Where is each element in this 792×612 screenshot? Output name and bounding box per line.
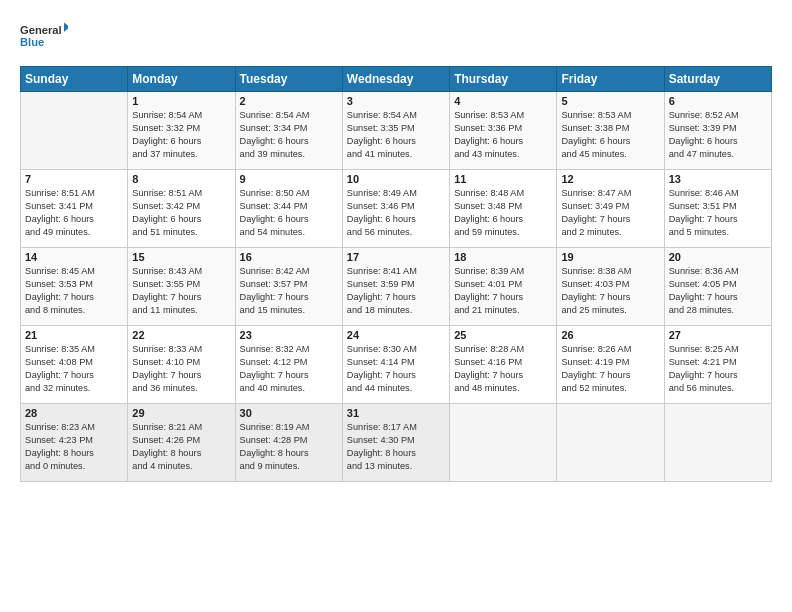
day-info: Sunrise: 8:47 AM Sunset: 3:49 PM Dayligh… — [561, 187, 659, 239]
calendar-cell: 23Sunrise: 8:32 AM Sunset: 4:12 PM Dayli… — [235, 326, 342, 404]
day-info: Sunrise: 8:19 AM Sunset: 4:28 PM Dayligh… — [240, 421, 338, 473]
day-info: Sunrise: 8:48 AM Sunset: 3:48 PM Dayligh… — [454, 187, 552, 239]
day-number: 13 — [669, 173, 767, 185]
calendar-cell: 12Sunrise: 8:47 AM Sunset: 3:49 PM Dayli… — [557, 170, 664, 248]
day-info: Sunrise: 8:30 AM Sunset: 4:14 PM Dayligh… — [347, 343, 445, 395]
calendar-cell: 14Sunrise: 8:45 AM Sunset: 3:53 PM Dayli… — [21, 248, 128, 326]
calendar-cell — [450, 404, 557, 482]
day-info: Sunrise: 8:51 AM Sunset: 3:42 PM Dayligh… — [132, 187, 230, 239]
day-info: Sunrise: 8:39 AM Sunset: 4:01 PM Dayligh… — [454, 265, 552, 317]
week-row-2: 7Sunrise: 8:51 AM Sunset: 3:41 PM Daylig… — [21, 170, 772, 248]
day-number: 27 — [669, 329, 767, 341]
week-row-1: 1Sunrise: 8:54 AM Sunset: 3:32 PM Daylig… — [21, 92, 772, 170]
calendar-cell — [557, 404, 664, 482]
col-header-saturday: Saturday — [664, 67, 771, 92]
day-info: Sunrise: 8:36 AM Sunset: 4:05 PM Dayligh… — [669, 265, 767, 317]
col-header-wednesday: Wednesday — [342, 67, 449, 92]
day-info: Sunrise: 8:49 AM Sunset: 3:46 PM Dayligh… — [347, 187, 445, 239]
day-number: 6 — [669, 95, 767, 107]
col-header-monday: Monday — [128, 67, 235, 92]
day-number: 8 — [132, 173, 230, 185]
day-number: 31 — [347, 407, 445, 419]
col-header-sunday: Sunday — [21, 67, 128, 92]
col-header-friday: Friday — [557, 67, 664, 92]
day-number: 16 — [240, 251, 338, 263]
calendar-cell: 2Sunrise: 8:54 AM Sunset: 3:34 PM Daylig… — [235, 92, 342, 170]
day-number: 1 — [132, 95, 230, 107]
day-number: 20 — [669, 251, 767, 263]
calendar-cell: 1Sunrise: 8:54 AM Sunset: 3:32 PM Daylig… — [128, 92, 235, 170]
day-info: Sunrise: 8:54 AM Sunset: 3:32 PM Dayligh… — [132, 109, 230, 161]
day-info: Sunrise: 8:52 AM Sunset: 3:39 PM Dayligh… — [669, 109, 767, 161]
day-number: 19 — [561, 251, 659, 263]
day-info: Sunrise: 8:26 AM Sunset: 4:19 PM Dayligh… — [561, 343, 659, 395]
week-row-3: 14Sunrise: 8:45 AM Sunset: 3:53 PM Dayli… — [21, 248, 772, 326]
day-info: Sunrise: 8:33 AM Sunset: 4:10 PM Dayligh… — [132, 343, 230, 395]
calendar-cell: 30Sunrise: 8:19 AM Sunset: 4:28 PM Dayli… — [235, 404, 342, 482]
calendar-cell — [21, 92, 128, 170]
calendar-cell: 11Sunrise: 8:48 AM Sunset: 3:48 PM Dayli… — [450, 170, 557, 248]
day-number: 25 — [454, 329, 552, 341]
calendar-cell: 25Sunrise: 8:28 AM Sunset: 4:16 PM Dayli… — [450, 326, 557, 404]
calendar-cell: 21Sunrise: 8:35 AM Sunset: 4:08 PM Dayli… — [21, 326, 128, 404]
day-number: 21 — [25, 329, 123, 341]
calendar-cell: 4Sunrise: 8:53 AM Sunset: 3:36 PM Daylig… — [450, 92, 557, 170]
logo: General Blue — [20, 16, 68, 56]
day-number: 14 — [25, 251, 123, 263]
day-number: 18 — [454, 251, 552, 263]
calendar-cell: 13Sunrise: 8:46 AM Sunset: 3:51 PM Dayli… — [664, 170, 771, 248]
calendar-cell: 6Sunrise: 8:52 AM Sunset: 3:39 PM Daylig… — [664, 92, 771, 170]
day-info: Sunrise: 8:51 AM Sunset: 3:41 PM Dayligh… — [25, 187, 123, 239]
logo-svg: General Blue — [20, 16, 68, 56]
calendar-cell: 18Sunrise: 8:39 AM Sunset: 4:01 PM Dayli… — [450, 248, 557, 326]
page: General Blue SundayMondayTuesdayWednesda… — [0, 0, 792, 612]
calendar-cell: 10Sunrise: 8:49 AM Sunset: 3:46 PM Dayli… — [342, 170, 449, 248]
day-info: Sunrise: 8:53 AM Sunset: 3:36 PM Dayligh… — [454, 109, 552, 161]
svg-text:General: General — [20, 24, 62, 36]
calendar-cell: 8Sunrise: 8:51 AM Sunset: 3:42 PM Daylig… — [128, 170, 235, 248]
day-number: 29 — [132, 407, 230, 419]
day-number: 17 — [347, 251, 445, 263]
calendar-table: SundayMondayTuesdayWednesdayThursdayFrid… — [20, 66, 772, 482]
day-number: 10 — [347, 173, 445, 185]
col-header-tuesday: Tuesday — [235, 67, 342, 92]
week-row-4: 21Sunrise: 8:35 AM Sunset: 4:08 PM Dayli… — [21, 326, 772, 404]
day-number: 28 — [25, 407, 123, 419]
day-info: Sunrise: 8:50 AM Sunset: 3:44 PM Dayligh… — [240, 187, 338, 239]
day-number: 30 — [240, 407, 338, 419]
day-number: 24 — [347, 329, 445, 341]
day-info: Sunrise: 8:23 AM Sunset: 4:23 PM Dayligh… — [25, 421, 123, 473]
day-info: Sunrise: 8:45 AM Sunset: 3:53 PM Dayligh… — [25, 265, 123, 317]
calendar-cell: 15Sunrise: 8:43 AM Sunset: 3:55 PM Dayli… — [128, 248, 235, 326]
day-number: 23 — [240, 329, 338, 341]
calendar-cell: 26Sunrise: 8:26 AM Sunset: 4:19 PM Dayli… — [557, 326, 664, 404]
week-row-5: 28Sunrise: 8:23 AM Sunset: 4:23 PM Dayli… — [21, 404, 772, 482]
calendar-cell: 24Sunrise: 8:30 AM Sunset: 4:14 PM Dayli… — [342, 326, 449, 404]
calendar-cell: 5Sunrise: 8:53 AM Sunset: 3:38 PM Daylig… — [557, 92, 664, 170]
calendar-cell: 9Sunrise: 8:50 AM Sunset: 3:44 PM Daylig… — [235, 170, 342, 248]
day-info: Sunrise: 8:32 AM Sunset: 4:12 PM Dayligh… — [240, 343, 338, 395]
day-info: Sunrise: 8:25 AM Sunset: 4:21 PM Dayligh… — [669, 343, 767, 395]
day-info: Sunrise: 8:41 AM Sunset: 3:59 PM Dayligh… — [347, 265, 445, 317]
calendar-cell: 27Sunrise: 8:25 AM Sunset: 4:21 PM Dayli… — [664, 326, 771, 404]
calendar-cell: 31Sunrise: 8:17 AM Sunset: 4:30 PM Dayli… — [342, 404, 449, 482]
day-info: Sunrise: 8:21 AM Sunset: 4:26 PM Dayligh… — [132, 421, 230, 473]
calendar-cell: 3Sunrise: 8:54 AM Sunset: 3:35 PM Daylig… — [342, 92, 449, 170]
day-info: Sunrise: 8:46 AM Sunset: 3:51 PM Dayligh… — [669, 187, 767, 239]
day-info: Sunrise: 8:53 AM Sunset: 3:38 PM Dayligh… — [561, 109, 659, 161]
day-info: Sunrise: 8:43 AM Sunset: 3:55 PM Dayligh… — [132, 265, 230, 317]
calendar-cell: 7Sunrise: 8:51 AM Sunset: 3:41 PM Daylig… — [21, 170, 128, 248]
day-info: Sunrise: 8:38 AM Sunset: 4:03 PM Dayligh… — [561, 265, 659, 317]
day-info: Sunrise: 8:35 AM Sunset: 4:08 PM Dayligh… — [25, 343, 123, 395]
calendar-cell: 16Sunrise: 8:42 AM Sunset: 3:57 PM Dayli… — [235, 248, 342, 326]
day-number: 22 — [132, 329, 230, 341]
day-number: 5 — [561, 95, 659, 107]
calendar-cell: 22Sunrise: 8:33 AM Sunset: 4:10 PM Dayli… — [128, 326, 235, 404]
header-row: SundayMondayTuesdayWednesdayThursdayFrid… — [21, 67, 772, 92]
day-number: 15 — [132, 251, 230, 263]
calendar-cell: 17Sunrise: 8:41 AM Sunset: 3:59 PM Dayli… — [342, 248, 449, 326]
day-number: 2 — [240, 95, 338, 107]
day-number: 4 — [454, 95, 552, 107]
day-info: Sunrise: 8:42 AM Sunset: 3:57 PM Dayligh… — [240, 265, 338, 317]
day-number: 9 — [240, 173, 338, 185]
